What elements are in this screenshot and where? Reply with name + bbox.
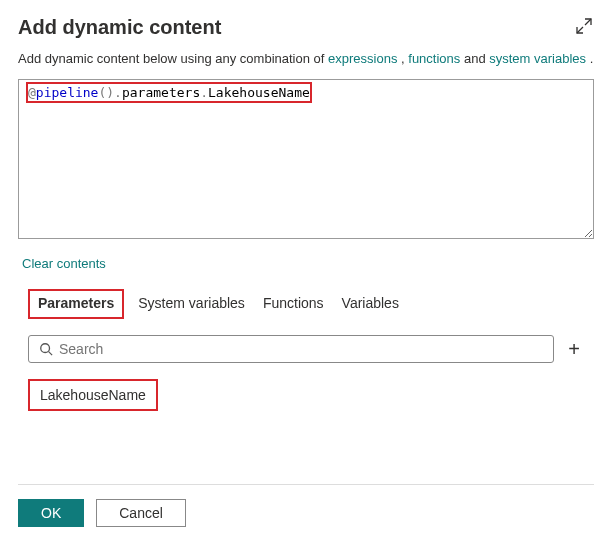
tab-parameters[interactable]: Parameters xyxy=(28,289,124,319)
expression-editor[interactable] xyxy=(18,79,594,239)
token-pipeline: pipeline xyxy=(36,85,99,100)
svg-point-0 xyxy=(41,343,50,352)
add-button[interactable]: + xyxy=(564,339,584,359)
search-box[interactable] xyxy=(28,335,554,363)
tab-functions[interactable]: Functions xyxy=(259,289,328,319)
ok-button[interactable]: OK xyxy=(18,499,84,527)
search-icon xyxy=(39,342,53,356)
parameters-list: LakehouseName xyxy=(18,379,594,411)
tab-system-variables[interactable]: System variables xyxy=(134,289,249,319)
link-functions[interactable]: functions xyxy=(408,51,460,66)
clear-contents-link[interactable]: Clear contents xyxy=(22,256,106,271)
parameter-item-lakehousename[interactable]: LakehouseName xyxy=(28,379,158,411)
tab-variables[interactable]: Variables xyxy=(338,289,403,319)
subtitle-text: Add dynamic content below using any comb… xyxy=(18,49,594,69)
link-expressions[interactable]: expressions xyxy=(328,51,397,66)
token-at: @ xyxy=(28,85,36,100)
search-input[interactable] xyxy=(59,341,543,357)
expression-highlight: @pipeline().parameters.LakehouseName xyxy=(26,82,312,103)
subtitle-prefix: Add dynamic content below using any comb… xyxy=(18,51,328,66)
cancel-button[interactable]: Cancel xyxy=(96,499,186,527)
tabs-bar: Parameters System variables Functions Va… xyxy=(18,289,594,319)
expand-icon[interactable] xyxy=(574,16,594,36)
link-system-variables[interactable]: system variables xyxy=(489,51,586,66)
page-title: Add dynamic content xyxy=(18,16,221,39)
